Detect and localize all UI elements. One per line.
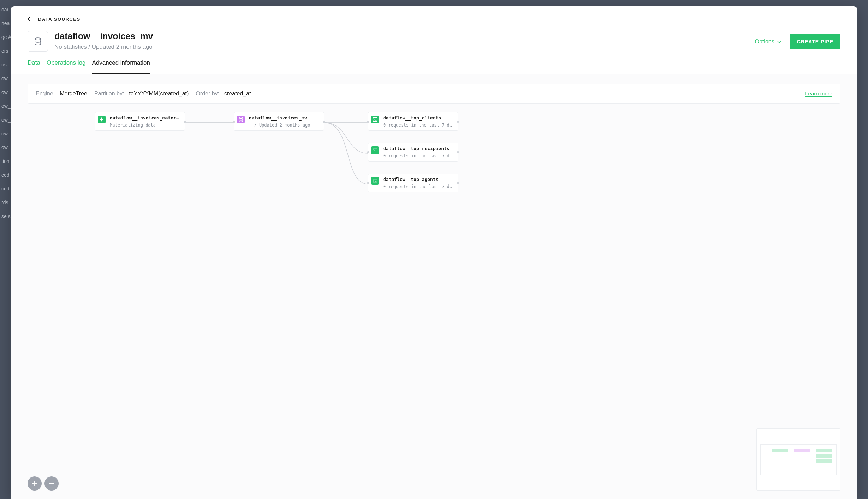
engine-value: MergeTree <box>60 90 87 97</box>
modal-header: DATA SOURCES dataflow__invoices_mv No st… <box>11 6 857 59</box>
node-title: dataflow__invoices_mv <box>249 115 320 121</box>
bolt-icon <box>98 116 106 123</box>
terminal-icon <box>371 177 379 185</box>
svg-rect-4 <box>373 179 377 183</box>
node-subtitle: 0 requests in the last 7 days <box>383 123 454 128</box>
node-port <box>457 121 459 123</box>
node-port <box>367 151 369 153</box>
page-title: dataflow__invoices_mv <box>54 31 153 41</box>
node-invoices-mv[interactable]: dataflow__invoices_mv - / Updated 2 mont… <box>234 112 324 131</box>
tab-operations-log[interactable]: Operations log <box>47 59 86 74</box>
learn-more-link[interactable]: Learn more <box>805 90 832 97</box>
node-top-agents[interactable]: dataflow__top_agents 0 requests in the l… <box>368 174 458 192</box>
node-subtitle: 0 requests in the last 7 days <box>383 153 454 158</box>
svg-point-0 <box>35 38 41 40</box>
node-port <box>367 182 369 184</box>
datasource-icon <box>28 31 48 52</box>
zoom-in-button[interactable] <box>28 476 42 491</box>
order-value: created_at <box>224 90 251 97</box>
node-title: dataflow__top_agents <box>383 177 454 182</box>
background-right <box>857 0 868 499</box>
terminal-icon <box>371 116 379 123</box>
node-top-recipients[interactable]: dataflow__top_recipients 0 requests in t… <box>368 143 458 162</box>
create-pipe-button[interactable]: CREATE PIPE <box>790 34 840 49</box>
node-materialization[interactable]: dataflow__invoices_materialization Mater… <box>95 112 185 131</box>
node-port <box>233 121 235 123</box>
options-dropdown[interactable]: Options <box>755 39 781 45</box>
node-subtitle: 0 requests in the last 7 days <box>383 184 454 189</box>
node-port <box>457 151 459 153</box>
node-title: dataflow__top_recipients <box>383 146 454 151</box>
svg-rect-3 <box>373 148 377 152</box>
node-title: dataflow__invoices_materialization <box>110 115 181 121</box>
database-icon <box>237 116 245 123</box>
zoom-out-button[interactable] <box>44 476 59 491</box>
back-arrow-icon[interactable] <box>28 16 33 22</box>
node-subtitle: - / Updated 2 months ago <box>249 123 320 128</box>
minimap[interactable] <box>756 428 840 491</box>
node-top-clients[interactable]: dataflow__top_clients 0 requests in the … <box>368 112 458 131</box>
engine-info-bar: Engine: MergeTree Partition by: toYYYYMM… <box>28 84 840 104</box>
node-title: dataflow__top_clients <box>383 115 454 121</box>
zoom-controls <box>28 476 59 491</box>
node-port <box>184 121 186 123</box>
chevron-down-icon <box>777 39 781 45</box>
partition-value: toYYYYMM(created_at) <box>129 90 189 97</box>
title-row: dataflow__invoices_mv No statistics / Up… <box>28 31 840 52</box>
node-port <box>457 182 459 184</box>
engine-key: Engine: <box>36 90 55 97</box>
breadcrumb[interactable]: DATA SOURCES <box>28 16 840 22</box>
options-label: Options <box>755 39 774 45</box>
data-source-modal: DATA SOURCES dataflow__invoices_mv No st… <box>11 6 857 499</box>
node-port <box>367 121 369 123</box>
order-key: Order by: <box>196 90 219 97</box>
partition-key: Partition by: <box>94 90 124 97</box>
tab-advanced-information[interactable]: Advanced information <box>92 59 150 74</box>
breadcrumb-label: DATA SOURCES <box>38 17 81 22</box>
content-area: Engine: MergeTree Partition by: toYYYYMM… <box>11 74 857 499</box>
terminal-icon <box>371 146 379 154</box>
tab-data[interactable]: Data <box>28 59 40 74</box>
tabs: Data Operations log Advanced information <box>11 59 857 74</box>
lineage-graph[interactable]: dataflow__invoices_materialization Mater… <box>28 112 840 218</box>
svg-point-1 <box>239 117 243 119</box>
node-port <box>323 121 325 123</box>
page-subtitle: No statistics / Updated 2 months ago <box>54 43 153 51</box>
svg-rect-2 <box>373 118 377 122</box>
node-subtitle: Materializing data <box>110 123 181 128</box>
minimap-viewport <box>760 444 837 475</box>
